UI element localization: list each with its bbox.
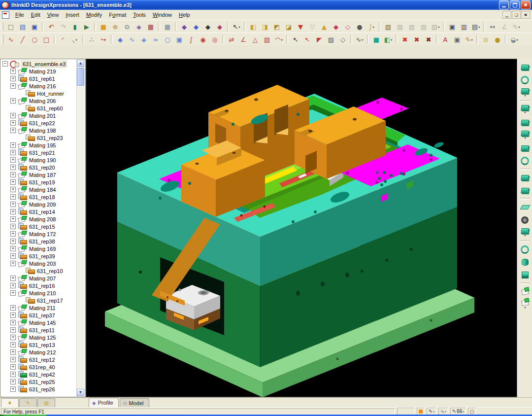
tree-item[interactable]: +Mating 216 [0,82,77,90]
tree-expand-icon[interactable]: + [10,165,16,170]
catalog-4-icon[interactable]: ◆ [214,21,226,33]
sketch-line-icon[interactable]: ╱ [17,34,29,45]
revolve-icon[interactable] [519,73,532,86]
surface-patch-icon[interactable]: ◈ [138,34,150,45]
sketch-pattern-icon[interactable]: ▧ [261,34,273,45]
tree-item[interactable]: +631rep_40 [0,363,77,371]
tree-expand-icon[interactable]: + [10,239,16,244]
feature-3-icon[interactable]: ◩ [271,21,283,33]
menu-format[interactable]: Format [105,10,130,19]
surface-loft-icon[interactable]: ≈ [150,34,162,45]
sketch-arc-icon[interactable]: ◠▾ [273,34,285,45]
tree-expand-icon[interactable]: + [10,83,16,89]
tree-item[interactable]: +Mating 125 [0,334,77,341]
tree-expand-icon[interactable]: + [10,142,16,148]
tree-item[interactable]: 631_rep10 [0,267,77,275]
feature-2-icon[interactable]: ◨ [259,21,271,33]
scroll-down-icon[interactable]: ▼ [77,389,84,396]
document-icon[interactable] [2,11,9,19]
tree-item[interactable]: +Mating 212 [0,348,77,356]
cylinder-icon[interactable] [519,256,532,269]
tree-item[interactable]: +Mating 145 [0,319,77,326]
tree-item[interactable]: +631_rep21 [0,149,77,156]
tree-expand-icon[interactable]: + [10,202,16,207]
feature-11-icon[interactable]: ∫▾ [366,21,377,33]
tree-expand-icon[interactable]: + [10,290,16,296]
tree-item[interactable]: +631_rep20 [0,164,77,171]
tree-expand-icon[interactable]: + [10,216,16,222]
tree-expand-icon[interactable]: + [10,194,16,200]
mdi-close-icon[interactable]: ✖ [521,11,530,19]
tree-expand-icon[interactable]: + [10,364,16,370]
lock-icon[interactable]: ⊙ [480,34,492,45]
help-select-icon[interactable]: ↖▾ [231,21,242,33]
menu-help[interactable]: Help [175,10,194,19]
line-style-cell[interactable]: ✎▾ [427,408,436,415]
menu-edit[interactable]: Edit [28,10,44,19]
tree-expand-icon[interactable]: + [10,113,16,118]
sweep-icon[interactable]: ▾ [519,86,532,99]
tree-item[interactable]: +631_rep16 [0,282,77,289]
feature-8-icon[interactable]: ◆ [330,21,342,33]
tree-expand-icon[interactable]: + [10,246,16,251]
tree-item[interactable]: 631_rep60 [0,104,77,112]
shaded-cube-icon[interactable]: ■ [98,21,109,33]
sketch-spline-icon[interactable]: ∿ [5,34,17,45]
tree-item[interactable]: +Mating 207 [0,275,77,282]
tree-item[interactable]: +Mating 184 [0,186,77,193]
feature-1-icon[interactable]: ◧ [247,21,259,33]
surface-trim-icon[interactable]: ▣ [173,34,185,45]
sketch-angle-icon[interactable]: ∠ [237,34,249,45]
zoom-icon[interactable]: ⊙ [121,21,133,33]
select-body-icon[interactable]: ▨ [325,34,337,45]
history-back-icon[interactable]: ▮ [69,21,81,33]
curve-style-cell[interactable]: ∿▾ [438,408,448,415]
pen-scale-cell[interactable]: ✎ 66 ▾ [450,408,466,415]
tree-expand-icon[interactable]: + [10,261,16,266]
modify-icon[interactable]: ✎▾ [463,34,475,45]
select-face-icon[interactable]: ◤ [313,34,325,45]
solid-select-icon[interactable]: ◧▾ [382,34,394,45]
tree-item[interactable]: +Mating 172 [0,230,77,238]
toolbar-grip[interactable] [1,35,3,44]
catalog-2-icon[interactable]: ◆ [190,21,202,33]
menu-tools[interactable]: Tools [130,10,149,19]
render-mode-cell[interactable]: ○ [468,408,476,415]
restore-icon[interactable] [510,0,520,9]
tree-expand-icon[interactable]: + [10,231,16,237]
window-tile-icon[interactable]: ▥ [458,21,470,33]
tree-expand-icon[interactable]: + [10,179,16,185]
tree-item[interactable]: Hot_runner [0,90,77,97]
tree-expand-icon[interactable]: + [10,69,16,74]
tree-item[interactable]: +Mating 169 [0,245,77,252]
select-icon[interactable]: ↖ [290,34,301,45]
delete-face-icon[interactable]: ✖ [411,34,423,45]
undo-icon[interactable]: ↶ [45,21,57,33]
tree-item[interactable]: +631_rep22 [0,119,77,127]
tree-item[interactable]: +Mating 206 [0,97,77,104]
tree-item[interactable]: 631_rep23 [0,134,77,141]
tree-item[interactable]: +631_rep13 [0,341,77,348]
curve-edit-icon[interactable]: ↪ [98,34,109,45]
tree-expand-icon[interactable]: + [10,209,16,214]
tree-item[interactable]: +631_rep18 [0,193,77,201]
tab-profile[interactable]: ◈Profile [89,398,119,407]
tree-expand-icon[interactable]: + [10,98,16,104]
assembly-mate-icon[interactable]: ▾ [519,298,532,311]
feature-10-icon[interactable]: ● [354,21,366,33]
chamfer-icon[interactable]: ▾ [519,129,532,141]
mate-icon[interactable] [519,285,532,298]
text-icon[interactable]: A [439,34,451,45]
window-cascade-icon[interactable]: ▣ [446,21,458,33]
tree-item[interactable]: +Mating 198 [0,127,77,134]
tree-item[interactable]: +631_rep42 [0,371,77,378]
unlock-icon[interactable]: ● [492,34,503,45]
curve-boundary-icon[interactable]: ◎ [209,34,221,45]
curve-iso-icon[interactable]: ∫ [185,34,197,45]
solid-box-icon[interactable]: ■ [370,34,382,45]
profile-path-icon[interactable]: ∿▾ [354,34,366,45]
mdi-restore-icon[interactable]: ❏ [512,11,521,19]
stack-icon[interactable] [519,269,532,281]
tree-expand-icon[interactable]: + [10,253,16,259]
move-face-icon[interactable]: ▾ [519,226,532,239]
